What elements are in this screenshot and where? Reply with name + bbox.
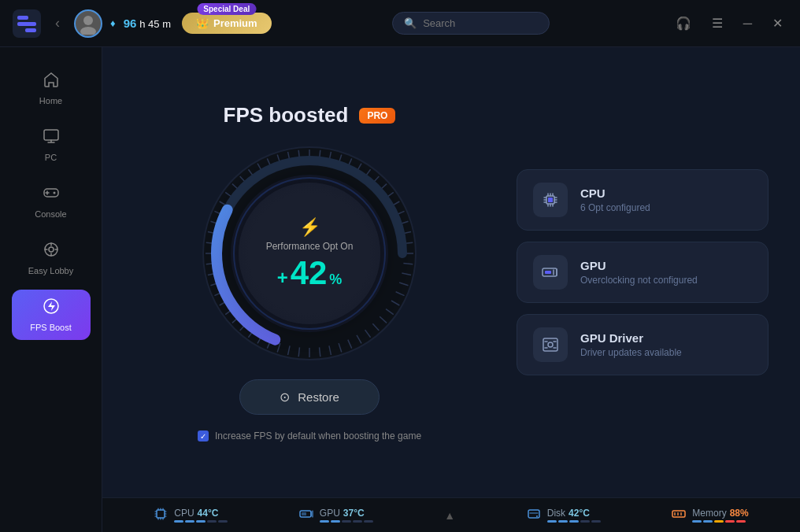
status-gpu-label: GPU [320, 508, 340, 519]
sidebar-item-easy-lobby[interactable]: Easy Lobby [12, 233, 91, 283]
performance-text: Performance Opt On [266, 241, 354, 252]
status-bar: CPU 44°C [102, 497, 800, 532]
gpu-card[interactable]: GPU Overclocking not configured [517, 242, 769, 303]
restore-label: Restore [298, 390, 339, 404]
titlebar: ‹ ♦ 96 h 45 m Special Deal 👑 Premium 🔍 [0, 0, 800, 47]
status-cpu-graph [174, 520, 228, 523]
info-section: CPU 6 Opt configured GPU Overc [517, 169, 769, 375]
svg-rect-91 [677, 512, 679, 515]
gauge-section: FPS boosted PRO [134, 103, 485, 441]
gpu-card-icon-wrap [533, 255, 568, 290]
gpu-driver-card-title: GPU Driver [580, 331, 682, 345]
checkbox-row[interactable]: ✓ Increase FPS by default when boosting … [198, 430, 421, 441]
status-gpu-value: 37°C [343, 508, 365, 519]
status-gpu-graph [320, 520, 373, 523]
svg-rect-87 [528, 510, 539, 518]
minimize-button[interactable]: ─ [739, 13, 757, 34]
gpu-card-title: GPU [580, 259, 698, 272]
gpu-driver-icon [541, 335, 560, 354]
sidebar-item-pc[interactable]: PC [12, 120, 91, 170]
gauge-inner: ⚡ Performance Opt On + 42 % [239, 183, 380, 324]
status-cpu-icon [154, 507, 168, 524]
svg-rect-82 [543, 338, 557, 351]
restore-button[interactable]: ⊙ Restore [239, 379, 380, 415]
status-disk-label: Disk [547, 508, 565, 519]
status-disk-value: 42°C [569, 508, 590, 519]
sidebar-item-easy-lobby-label: Easy Lobby [28, 266, 73, 275]
cpu-icon [541, 190, 560, 209]
svg-point-10 [49, 247, 54, 252]
help-button[interactable]: 🎧 [671, 13, 696, 34]
gpu-driver-card[interactable]: GPU Driver Driver updates available [517, 314, 769, 375]
svg-point-4 [83, 16, 93, 25]
svg-rect-79 [548, 198, 553, 202]
gpu-card-text: GPU Overclocking not configured [580, 259, 698, 286]
gpu-driver-card-subtitle: Driver updates available [580, 347, 682, 358]
sidebar-item-pc-label: PC [45, 153, 57, 162]
close-button[interactable]: ✕ [768, 13, 787, 34]
cpu-card-icon-wrap [533, 183, 568, 217]
gauge-container: ⚡ Performance Opt On + 42 % [199, 143, 420, 364]
svg-point-8 [53, 192, 55, 194]
status-cpu-label: CPU [174, 508, 194, 519]
avatar[interactable] [74, 9, 102, 38]
status-memory-graph [692, 520, 748, 523]
status-cpu-value: 44°C [198, 508, 219, 519]
cpu-card-text: CPU 6 Opt configured [580, 187, 650, 213]
sidebar: Home PC Console [0, 47, 102, 532]
gpu-driver-card-icon-wrap [533, 327, 568, 362]
time-display: 96 h 45 m [124, 17, 171, 30]
menu-button[interactable]: ☰ [707, 13, 728, 34]
svg-rect-84 [157, 510, 165, 518]
special-deal-badge: Special Deal [197, 3, 256, 15]
status-gpu-icon [299, 507, 313, 524]
boost-percent: % [329, 272, 342, 288]
content-area: FPS boosted PRO [102, 47, 800, 497]
svg-point-5 [80, 27, 96, 35]
status-gpu: GPU 37°C [299, 507, 373, 524]
page-header: FPS boosted PRO [224, 103, 396, 127]
easy-lobby-icon [43, 241, 60, 263]
gpu-driver-card-text: GPU Driver Driver updates available [580, 331, 682, 358]
cpu-card-title: CPU [580, 187, 650, 200]
svg-rect-86 [302, 512, 306, 515]
svg-rect-92 [680, 512, 682, 515]
console-icon [43, 184, 60, 206]
sidebar-item-console[interactable]: Console [12, 176, 91, 227]
boost-plus: + [277, 267, 288, 289]
home-icon [43, 71, 60, 93]
cpu-card-subtitle: 6 Opt configured [580, 202, 650, 213]
svg-rect-3 [25, 28, 36, 32]
svg-point-88 [536, 515, 538, 517]
boost-number: 42 [291, 257, 328, 290]
svg-point-83 [548, 342, 553, 347]
sidebar-item-fps-boost-label: FPS Boost [30, 323, 72, 332]
status-memory-label: Memory [692, 508, 726, 519]
sidebar-item-fps-boost[interactable]: FPS Boost [12, 290, 91, 340]
fps-default-checkbox[interactable]: ✓ [198, 430, 209, 441]
svg-rect-6 [44, 130, 58, 140]
status-disk-graph [547, 520, 601, 523]
search-input[interactable] [423, 17, 538, 29]
premium-button[interactable]: Special Deal 👑 Premium [182, 13, 272, 34]
titlebar-right: 🎧 ☰ ─ ✕ [671, 13, 787, 34]
back-button[interactable]: ‹ [52, 12, 63, 35]
search-bar[interactable]: 🔍 [392, 12, 550, 35]
premium-label: Premium [213, 17, 257, 29]
diamond-icon: ♦ [110, 17, 116, 29]
status-chevron[interactable]: ▲ [444, 509, 455, 522]
user-section: ♦ 96 h 45 m [74, 9, 171, 38]
status-cpu: CPU 44°C [154, 507, 228, 524]
svg-rect-90 [674, 512, 676, 515]
sidebar-item-home[interactable]: Home [12, 63, 91, 113]
fps-boost-icon [43, 297, 60, 320]
status-memory-icon [672, 507, 686, 524]
boost-value: + 42 % [277, 257, 343, 290]
sidebar-item-home-label: Home [39, 96, 62, 105]
restore-icon: ⊙ [280, 390, 290, 405]
cpu-card[interactable]: CPU 6 Opt configured [517, 169, 769, 231]
gpu-card-subtitle: Overclocking not configured [580, 275, 698, 286]
premium-crown-icon: 👑 [196, 17, 209, 29]
status-disk: Disk 42°C [527, 507, 601, 524]
app-logo [13, 9, 41, 38]
